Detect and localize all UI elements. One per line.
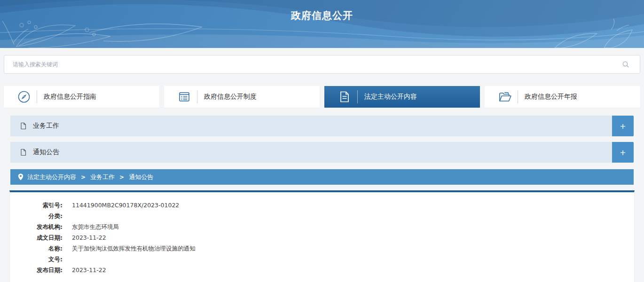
accordion-label: 通知公告 (33, 148, 59, 157)
accordion-notices[interactable]: 通知公告 + (10, 142, 634, 163)
field-value: 2023-11-22 (72, 265, 106, 275)
tab-label: 法定主动公开内容 (364, 93, 417, 101)
file-icon (20, 122, 27, 130)
field-row-document-number: 文号: (10, 254, 634, 265)
header-banner: 政府信息公开 (0, 0, 644, 48)
tab-annual-report[interactable]: 政府信息公开年报 (485, 86, 640, 108)
field-value: 2023-11-22 (72, 232, 106, 243)
location-pin-icon (18, 173, 24, 180)
field-row-publish-date: 发布日期: 2023-11-22 (10, 265, 634, 275)
breadcrumb-separator: > (119, 174, 124, 180)
field-label: 文号: (10, 254, 63, 265)
compass-icon (17, 90, 31, 104)
tab-divider (197, 90, 197, 103)
field-row-written-date: 成文日期: 2023-11-22 (10, 232, 634, 243)
field-label: 发布日期: (10, 265, 63, 275)
list-book-icon (177, 90, 191, 104)
accordion-business-work[interactable]: 业务工作 + (10, 116, 634, 136)
search-button[interactable] (612, 55, 640, 73)
tab-divider (518, 90, 518, 103)
tab-disclosure-guide[interactable]: 政府信息公开指南 (4, 86, 159, 108)
field-label: 名称: (10, 243, 63, 254)
expand-button[interactable]: + (612, 142, 634, 163)
breadcrumb: 法定主动公开内容 > 业务工作 > 通知公告 (10, 169, 634, 185)
tabs-nav: 政府信息公开指南 政府信息公开制度 法定主动公开内容 (4, 86, 640, 108)
tab-label: 政府信息公开年报 (525, 93, 577, 101)
breadcrumb-item[interactable]: 业务工作 (90, 173, 115, 181)
field-label: 发布机构: (10, 221, 63, 232)
breadcrumb-item[interactable]: 通知公告 (129, 173, 153, 181)
search-input[interactable] (4, 55, 612, 73)
tab-divider (357, 90, 358, 103)
field-value: 关于加快淘汰低效挥发性有机物治理设施的通知 (72, 243, 196, 254)
field-value: 11441900MB2C90178X/2023-01022 (72, 200, 179, 211)
tab-label: 政府信息公开制度 (204, 93, 257, 101)
search-icon (622, 61, 629, 68)
accordion-label: 业务工作 (33, 122, 59, 130)
field-row-issuing-agency: 发布机构: 东莞市生态环境局 (10, 221, 634, 232)
tab-statutory-disclosure[interactable]: 法定主动公开内容 (324, 86, 480, 108)
file-icon (20, 149, 27, 156)
tab-disclosure-system[interactable]: 政府信息公开制度 (164, 86, 320, 108)
document-icon (338, 90, 352, 104)
open-folder-icon (498, 90, 512, 104)
detail-panel: 索引号: 11441900MB2C90178X/2023-01022 分类: 发… (9, 190, 635, 282)
banner-decoration (0, 0, 644, 48)
field-row-category: 分类: (10, 211, 634, 221)
search-bar (4, 55, 640, 74)
expand-button[interactable]: + (612, 116, 634, 136)
page-title: 政府信息公开 (0, 9, 644, 22)
tab-label: 政府信息公开指南 (44, 93, 96, 101)
breadcrumb-item[interactable]: 法定主动公开内容 (27, 173, 76, 181)
field-value: 东莞市生态环境局 (72, 221, 119, 232)
breadcrumb-separator: > (81, 174, 86, 180)
field-label: 成文日期: (10, 232, 63, 243)
field-row-title: 名称: 关于加快淘汰低效挥发性有机物治理设施的通知 (10, 243, 634, 254)
field-label: 索引号: (10, 200, 63, 211)
tab-divider (37, 90, 37, 103)
field-row-index-number: 索引号: 11441900MB2C90178X/2023-01022 (10, 200, 634, 211)
field-label: 分类: (10, 211, 63, 221)
